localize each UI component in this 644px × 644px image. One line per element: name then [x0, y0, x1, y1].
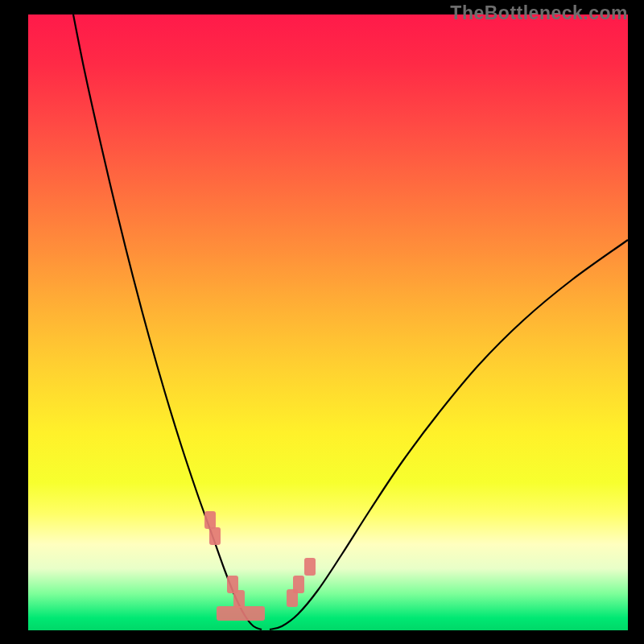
marker-layer [28, 14, 628, 630]
data-marker [204, 511, 216, 529]
data-marker [209, 527, 221, 545]
data-marker [293, 576, 304, 593]
data-marker [217, 606, 265, 621]
watermark: TheBottleneck.com [450, 2, 628, 24]
chart-frame: TheBottleneck.com [0, 0, 644, 644]
plot-area [28, 14, 628, 630]
data-marker [304, 558, 316, 576]
data-marker [233, 590, 245, 608]
